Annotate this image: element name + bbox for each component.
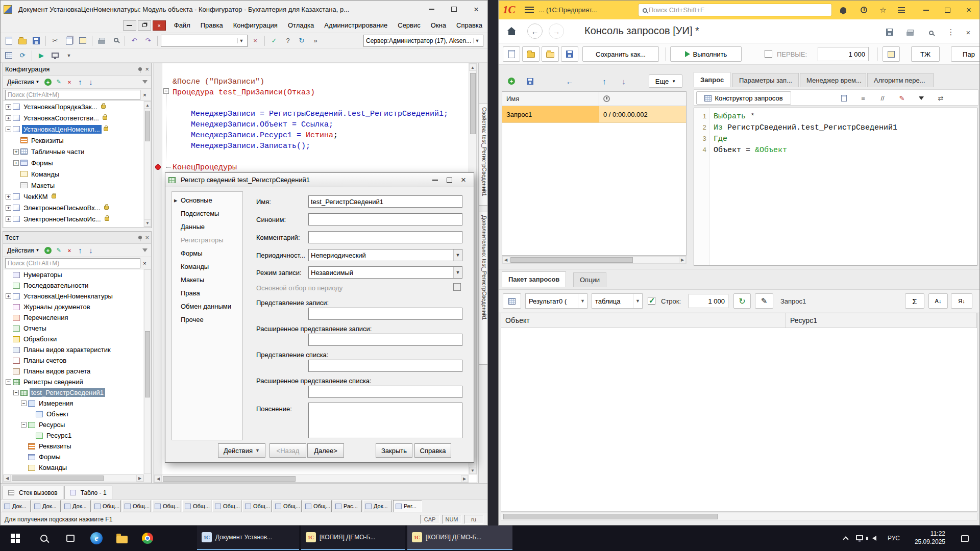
actions-menu-button[interactable]: Действия▼ (5, 78, 42, 87)
window-bar-item[interactable]: Общ... (122, 500, 151, 512)
move-up-icon[interactable]: ↑ (76, 246, 85, 255)
dialog-help-button[interactable]: Справка (414, 443, 451, 458)
pin-icon[interactable] (138, 236, 142, 239)
taskbar-app-button[interactable]: 1С[КОПИЯ] ДЕМО-Б... (407, 525, 512, 550)
test-tree-hscrollbar[interactable]: ◀ ▶ (3, 474, 144, 482)
dialog-maximize-button[interactable] (442, 173, 456, 187)
scroll-right-icon[interactable]: ▶ (136, 474, 143, 482)
clear-search-icon[interactable]: × (140, 259, 149, 267)
search-input[interactable] (5, 258, 140, 268)
menu-item[interactable]: Справка (451, 19, 487, 32)
start-button[interactable] (0, 525, 31, 551)
query-code-line[interactable]: 2 Из РегистрСведений.test_РегистрСведени… (694, 122, 977, 134)
scroll-left-icon[interactable]: ◀ (502, 256, 509, 263)
forward-button[interactable]: → (549, 23, 564, 39)
save-file-button[interactable] (561, 46, 578, 62)
expander-icon[interactable]: − (13, 390, 19, 395)
tree-item[interactable]: Реквизиты (4, 135, 143, 146)
volume-tray-icon[interactable] (867, 525, 882, 551)
write-mode-select[interactable]: Независимый▼ (308, 266, 462, 279)
code-line[interactable]: МенеджерЗаписи = РегистрыСведений.test_Р… (173, 109, 468, 119)
mdi-minimize-button[interactable] (123, 20, 136, 31)
list-presentation-input[interactable] (308, 360, 462, 372)
scroll-up-icon[interactable]: ▲ (144, 102, 151, 109)
expander-icon[interactable]: + (6, 293, 11, 299)
tree-item[interactable]: Реквизиты (4, 441, 143, 452)
query-row[interactable]: Запрос1 0 / 0:00.00.002 (502, 106, 686, 123)
edit-result-button[interactable]: ✎ (755, 293, 773, 309)
dialog-tab[interactable]: Обмен данными (172, 300, 242, 313)
move-query-up-button[interactable]: ↑ (597, 74, 612, 88)
debug-tab[interactable]: Стек вызовов (3, 486, 63, 499)
tree-item[interactable]: + ЧекККМ (4, 191, 143, 202)
open-icon[interactable] (16, 35, 29, 47)
new-query-file-button[interactable] (503, 46, 520, 62)
query-code-line[interactable]: 4 Объект = &Объект (694, 145, 977, 156)
pin-icon[interactable] (138, 67, 142, 71)
tab-parameters[interactable]: Параметры зап... (732, 73, 799, 87)
tech-journal-button[interactable]: ТЖ (911, 46, 940, 62)
close-panel-icon[interactable]: × (145, 65, 149, 73)
ext-list-presentation-input[interactable] (308, 386, 462, 398)
check-query-icon[interactable] (836, 91, 851, 105)
main-menu-icon[interactable] (525, 7, 534, 13)
code-line[interactable]: Процедура test_ПриЗаписи(Отказ) (173, 87, 468, 98)
tree-item[interactable]: + УстановкаПорядкаЗак... (4, 101, 143, 112)
update-db-config-icon[interactable]: ⟳ (16, 49, 29, 62)
expander-icon[interactable]: − (21, 422, 27, 428)
tree-item[interactable]: + Формы (4, 157, 143, 168)
back-button[interactable]: ← (527, 23, 543, 39)
tree-item[interactable]: + Табличные части (4, 146, 143, 157)
menu-item[interactable]: Файл (169, 19, 195, 32)
config-tree-scrollbar[interactable]: ▲ ▼ (144, 101, 151, 227)
time-column-header[interactable] (599, 92, 614, 106)
tree-item[interactable]: Планы видов характеристик (4, 344, 143, 355)
record-presentation-input[interactable] (308, 308, 462, 320)
expander-icon[interactable]: − (6, 127, 11, 132)
expander-icon[interactable]: + (6, 205, 11, 211)
add-query-button[interactable]: + (504, 74, 519, 88)
move-down-icon[interactable]: ↓ (87, 246, 95, 255)
window-bar-item[interactable]: Общ... (303, 500, 332, 512)
window-bar-item[interactable]: Док... (2, 500, 31, 512)
tree-item[interactable]: + УстановкаСоответстви... (4, 112, 143, 123)
edge-button[interactable]: e (84, 525, 109, 551)
dialog-close-button[interactable]: × (456, 173, 471, 187)
edit-icon[interactable]: ✎ (55, 246, 63, 255)
tree-item[interactable]: − УстановкаЦенНоменкл... (4, 123, 143, 135)
procedure-combobox[interactable]: ▼ (161, 35, 248, 47)
taskbar-search-button[interactable] (31, 525, 57, 551)
tree-item[interactable]: Обработки (4, 334, 143, 344)
window-bar-item[interactable]: Рег... (393, 500, 422, 512)
query-list-hscrollbar[interactable]: ◀ ▶ (502, 256, 687, 264)
tree-item[interactable]: Отчеты (4, 323, 143, 334)
taskbar-app-button[interactable]: 1С[КОПИЯ] ДЕМО-Б... (301, 525, 405, 550)
close-form-icon[interactable]: × (961, 26, 975, 38)
save-icon[interactable] (30, 35, 42, 47)
tree-item[interactable]: − Измерения (4, 398, 143, 409)
mdi-close-button[interactable]: × (153, 20, 166, 31)
menu-item[interactable]: Отладка (283, 19, 319, 32)
tree-item[interactable]: Формы (4, 452, 143, 462)
run-query-button[interactable]: Выполнить (670, 46, 742, 62)
save-query-button[interactable] (522, 74, 537, 88)
server-combobox[interactable]: Сервер:Администратор (17), Aksen... ▼ (363, 35, 483, 47)
auto-run-checkbox[interactable] (648, 297, 655, 305)
close-button[interactable]: × (465, 1, 487, 18)
result-column-object[interactable]: Объект (501, 313, 786, 328)
tech-log-icon-button[interactable] (883, 46, 900, 62)
database-config-icon[interactable] (3, 49, 15, 62)
service-menu-button[interactable] (894, 4, 909, 16)
tree-item[interactable]: Планы счетов (4, 355, 143, 366)
periodicity-select[interactable]: Непериодический▼ (308, 249, 462, 261)
window-bar-item[interactable]: Док... (62, 500, 91, 512)
more-button[interactable]: Еще▼ (649, 74, 682, 88)
action-center-button[interactable] (955, 525, 974, 551)
menu-item[interactable]: Окна (426, 19, 451, 32)
menu-item[interactable]: Конфигурация (228, 19, 283, 32)
move-down-icon[interactable]: ↓ (87, 78, 95, 86)
more-toolbar-icon[interactable]: » (309, 35, 322, 47)
breakpoint-gutter[interactable] (154, 63, 162, 474)
maximize-button[interactable] (443, 1, 465, 18)
language-indicator[interactable]: РУС (883, 525, 904, 551)
